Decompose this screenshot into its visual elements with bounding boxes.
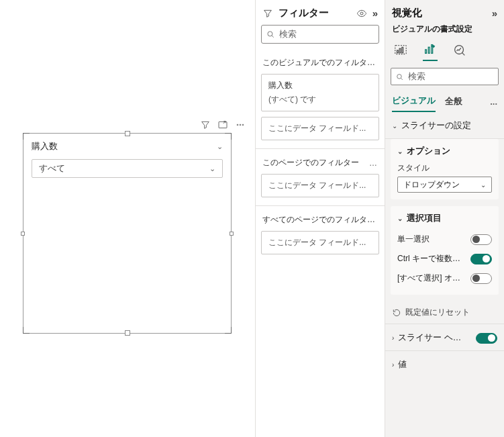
select-all-toggle[interactable] bbox=[470, 273, 492, 284]
search-icon bbox=[266, 30, 275, 39]
svg-point-5 bbox=[268, 32, 272, 36]
selection-subhead[interactable]: ⌄ 選択項目 bbox=[397, 213, 492, 224]
filter-icon bbox=[262, 8, 273, 19]
multi-ctrl-toggle[interactable] bbox=[470, 254, 492, 264]
search-placeholder: 検索 bbox=[408, 70, 425, 83]
multi-ctrl-label: Ctrl キーで複数選択 bbox=[397, 253, 470, 264]
slicer-header[interactable]: 購入数 ⌄ bbox=[23, 134, 231, 155]
chevron-down-icon: ⌄ bbox=[397, 215, 403, 222]
style-select[interactable]: ドロップダウン ⌄ bbox=[397, 177, 492, 193]
filters-pane: フィルター » 検索 このビジュアルでのフィルター… 購入数 (すべて) です … bbox=[255, 0, 385, 437]
filters-on-all-pages-label: すべてのページでのフィルター… bbox=[256, 206, 385, 231]
tab-visual[interactable]: ビジュアル bbox=[392, 95, 436, 112]
visualizations-title: 視覚化 bbox=[392, 7, 422, 19]
chevron-down-icon: ⌄ bbox=[392, 122, 397, 130]
filter-state: (すべて) です bbox=[268, 94, 372, 105]
svg-rect-10 bbox=[425, 50, 427, 54]
filter-dropzone-all-pages[interactable]: ここにデータ フィールド... bbox=[261, 231, 379, 254]
more-options-icon[interactable]: … bbox=[369, 158, 378, 168]
eye-icon[interactable] bbox=[356, 8, 367, 19]
collapse-pane-icon[interactable]: » bbox=[492, 7, 497, 19]
more-options-icon[interactable]: ··· bbox=[490, 99, 497, 109]
search-placeholder: 検索 bbox=[279, 28, 297, 40]
pane-mode-switcher bbox=[385, 39, 504, 68]
svg-point-2 bbox=[240, 124, 241, 126]
svg-point-3 bbox=[242, 124, 244, 126]
visualizations-pane: 視覚化 » ビジュアルの書式設定 検索 ビジュアル 全般 ··· bbox=[385, 0, 504, 437]
search-icon bbox=[395, 72, 404, 81]
chevron-down-icon[interactable]: ⌄ bbox=[217, 142, 223, 151]
slicer-header-toggle[interactable] bbox=[476, 333, 497, 344]
filter-dropzone-visual[interactable]: ここにデータ フィールド... bbox=[261, 117, 379, 140]
chevron-right-icon: › bbox=[392, 361, 394, 369]
filters-on-this-visual-label: このビジュアルでのフィルター… bbox=[256, 49, 385, 74]
selection-card: ⌄ 選択項目 単一選択 Ctrl キーで複数選択 [すべて選択] オプ... bbox=[391, 206, 499, 295]
select-all-label: [すべて選択] オプ... bbox=[397, 273, 470, 284]
format-subtitle: ビジュアルの書式設定 bbox=[385, 22, 504, 39]
svg-point-1 bbox=[237, 124, 238, 126]
slicer-selected-value: すべて bbox=[39, 162, 65, 175]
tab-general[interactable]: 全般 bbox=[445, 95, 462, 111]
filter-dropzone-page[interactable]: ここにデータ フィールド... bbox=[261, 174, 379, 197]
svg-rect-8 bbox=[399, 48, 401, 52]
visual-toolbar bbox=[200, 119, 246, 132]
format-tabbar: ビジュアル 全般 ··· bbox=[385, 91, 504, 112]
more-options-icon[interactable] bbox=[235, 119, 246, 132]
reset-icon bbox=[392, 308, 401, 318]
filter-card[interactable]: 購入数 (すべて) です bbox=[261, 74, 379, 111]
svg-rect-7 bbox=[397, 50, 399, 53]
single-select-toggle[interactable] bbox=[470, 234, 492, 245]
filters-pane-header: フィルター » bbox=[256, 0, 385, 25]
style-value: ドロップダウン bbox=[403, 179, 460, 191]
filters-search-input[interactable]: 検索 bbox=[261, 25, 379, 44]
collapse-pane-icon[interactable]: » bbox=[372, 7, 378, 19]
single-select-label: 単一選択 bbox=[397, 234, 434, 245]
chevron-down-icon: ⌄ bbox=[209, 164, 215, 173]
chevron-right-icon: › bbox=[392, 334, 394, 342]
filter-field-name: 購入数 bbox=[268, 80, 372, 91]
svg-point-14 bbox=[397, 74, 402, 79]
filters-title: フィルター bbox=[279, 7, 329, 19]
reset-to-default[interactable]: 既定値にリセット bbox=[385, 301, 504, 324]
value-group[interactable]: › 値 bbox=[385, 351, 504, 377]
chevron-down-icon: ⌄ bbox=[481, 181, 486, 189]
focus-mode-icon[interactable] bbox=[217, 119, 228, 132]
svg-rect-11 bbox=[428, 47, 430, 53]
analytics-icon[interactable] bbox=[452, 43, 467, 60]
style-label: スタイル bbox=[397, 162, 492, 174]
svg-point-4 bbox=[360, 12, 363, 15]
svg-rect-9 bbox=[402, 47, 403, 52]
slicer-header-group[interactable]: › スライサー ヘッ... bbox=[385, 324, 504, 351]
filters-on-this-page-label: このページでのフィルター … bbox=[256, 149, 385, 174]
format-visual-icon[interactable] bbox=[423, 42, 438, 61]
report-canvas[interactable]: 購入数 ⌄ すべて ⌄ bbox=[0, 0, 255, 437]
build-visual-icon[interactable] bbox=[393, 43, 408, 60]
slicer-dropdown[interactable]: すべて ⌄ bbox=[32, 159, 223, 178]
options-card: ⌄ オプション スタイル ドロップダウン ⌄ bbox=[391, 139, 499, 199]
filter-icon[interactable] bbox=[200, 119, 211, 132]
slicer-settings-group[interactable]: ⌄ スライサーの設定 bbox=[385, 112, 504, 139]
chevron-down-icon: ⌄ bbox=[397, 148, 403, 155]
slicer-visual[interactable]: 購入数 ⌄ すべて ⌄ bbox=[23, 133, 232, 334]
options-subhead[interactable]: ⌄ オプション bbox=[397, 146, 492, 157]
slicer-title: 購入数 bbox=[32, 140, 58, 152]
format-search-input[interactable]: 検索 bbox=[391, 68, 499, 85]
